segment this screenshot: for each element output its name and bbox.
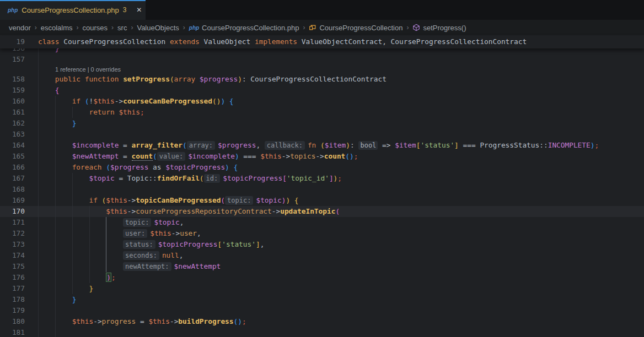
breadcrumb-item-src[interactable]: src <box>117 24 127 32</box>
code-line-160[interactable]: 160 if (!$this->courseCanBeProgressed())… <box>0 96 644 107</box>
codelens-references[interactable]: 1 reference | 0 overrides <box>55 65 121 74</box>
code-token: { <box>294 196 299 204</box>
inlay-hint: value: <box>157 152 185 161</box>
code-line-180[interactable]: 180 $this->progress = $this->buildProgre… <box>0 316 644 327</box>
code-token: return <box>89 108 114 116</box>
inlay-hint: seconds: <box>123 251 159 260</box>
code-line-181[interactable]: 181 <box>0 327 644 337</box>
breadcrumb-label: setProgress() <box>423 24 466 32</box>
line-number: 166 <box>0 162 25 173</box>
code-token: ( <box>153 152 157 160</box>
tab-bar: php CourseProgressCollection.php 3 ✕ <box>0 0 644 20</box>
line-number: 160 <box>0 96 25 107</box>
method-symbol-icon <box>412 24 423 32</box>
indent-guide <box>38 327 39 337</box>
chevron-right-icon: › <box>111 24 114 31</box>
breadcrumb-item-vendor[interactable]: vendor <box>9 24 31 32</box>
code-token: CourseProgressCollectionContract <box>391 37 527 46</box>
code-line-178[interactable]: 178 } <box>0 294 644 305</box>
code-line-172[interactable]: 172 user:$this->user, <box>0 228 644 239</box>
code-text: } <box>38 118 76 129</box>
code-token: ; <box>337 174 342 182</box>
breadcrumb-label: vendor <box>9 24 31 32</box>
code-token: ] <box>256 240 260 248</box>
code-token: $progress <box>218 141 256 149</box>
code-line-174[interactable]: 174 seconds:null, <box>0 250 644 261</box>
code-text: status:$topicProgress['status'], <box>38 239 264 250</box>
code-token: } <box>72 295 77 303</box>
code-token <box>195 75 200 83</box>
indent-guide <box>72 184 73 195</box>
line-number: 158 <box>0 74 25 85</box>
class-symbol-icon <box>309 24 319 32</box>
code-token: -> <box>127 196 136 204</box>
code-text: { <box>38 85 60 96</box>
line-number: 164 <box>0 140 25 151</box>
code-line-179[interactable]: 179 <box>0 305 644 316</box>
code-token: } <box>89 284 93 292</box>
code-line-167[interactable]: 167 $topic = Topic::findOrFail(id:$topic… <box>0 173 644 184</box>
code-line-164[interactable]: 164 $incomplete = array_filter(array:$pr… <box>0 140 644 151</box>
code-token: () <box>234 317 242 325</box>
code-token <box>260 141 265 149</box>
code-line-171[interactable]: 171 topic:$topic, <box>0 217 644 228</box>
code-line-158[interactable]: 158 public function setProgress(array $p… <box>0 74 644 85</box>
code-line-175[interactable]: 175 newAttempt:$newAttempt <box>0 261 644 272</box>
breadcrumb-item-courseprogresscollection[interactable]: CourseProgressCollection <box>309 24 402 32</box>
code-text: public function setProgress(array $progr… <box>38 74 387 85</box>
breadcrumb-item-courseprogresscollection-php[interactable]: phpCourseProgressCollection.php <box>189 24 299 32</box>
code-text: $this->courseProgressRepositoryContract-… <box>38 206 340 217</box>
code-token <box>127 141 132 149</box>
code-line-169[interactable]: 169 if ($this->topicCanBeProgressed(topi… <box>0 195 644 206</box>
code-token: 'status' <box>420 141 454 149</box>
breadcrumb-label: courses <box>83 24 108 32</box>
code-token <box>387 37 391 46</box>
code-token: $this <box>93 97 115 105</box>
code-line-173[interactable]: 173 status:$topicProgress['status'], <box>0 239 644 250</box>
tab-course-progress-collection[interactable]: php CourseProgressCollection.php 3 ✕ <box>0 0 146 20</box>
code-line-168[interactable]: 168 <box>0 184 644 195</box>
code-token <box>136 317 140 325</box>
code-token <box>290 196 294 204</box>
code-line-176[interactable]: 176 ); <box>0 272 644 283</box>
indent-guide <box>55 184 56 195</box>
code-line-163[interactable]: 163 <box>0 129 644 140</box>
code-editor[interactable]: 156 }1571 reference | 0 overrides158 pub… <box>0 35 644 337</box>
code-token <box>250 37 255 46</box>
code-token: ; <box>354 152 358 160</box>
code-line-166[interactable]: 166 foreach ($progress as $topicProgress… <box>0 162 644 173</box>
code-line-170[interactable]: 170 $this->courseProgressRepositoryContr… <box>0 206 644 217</box>
code-token <box>378 141 382 149</box>
breadcrumb-item-courses[interactable]: courses <box>83 24 108 32</box>
code-text: newAttempt:$newAttempt <box>38 261 221 272</box>
code-line-162[interactable]: 162 } <box>0 118 644 129</box>
code-line-165[interactable]: 165 $newAttempt = count(value:$incomplet… <box>0 151 644 162</box>
code-token: -> <box>115 97 123 105</box>
indent-guide <box>38 305 39 316</box>
active-tab-indicator <box>0 0 146 1</box>
inlay-hint: array: <box>187 141 215 150</box>
code-token: ) <box>238 75 242 83</box>
code-token: $this <box>150 229 171 237</box>
code-token: ) <box>346 141 350 149</box>
breadcrumb-item-escolalms[interactable]: escolalms <box>41 24 73 32</box>
code-line-159[interactable]: 159 { <box>0 85 644 96</box>
breadcrumb-item-setprogress[interactable]: setProgress() <box>412 24 466 32</box>
code-line-161[interactable]: 161 return $this; <box>0 107 644 118</box>
line-number: 173 <box>0 239 25 250</box>
code-token: user <box>180 229 197 237</box>
code-token: === <box>243 152 256 160</box>
code-line-177[interactable]: 177 } <box>0 283 644 294</box>
code-text: } <box>38 294 76 305</box>
code-token: as <box>153 163 161 171</box>
indent-guide <box>55 327 56 337</box>
line-number: 168 <box>0 184 25 195</box>
sticky-scroll-header[interactable]: 19 class CourseProgressCollection extend… <box>0 35 644 48</box>
code-token: , <box>382 37 387 46</box>
code-token: :: <box>148 174 157 182</box>
code-line-157[interactable]: 157 <box>0 54 644 65</box>
code-token: ValueObject <box>204 37 251 46</box>
close-icon[interactable]: ✕ <box>134 5 144 15</box>
code-token: topicCanBeProgressed <box>136 196 221 204</box>
breadcrumb-item-valueobjects[interactable]: ValueObjects <box>137 24 179 32</box>
